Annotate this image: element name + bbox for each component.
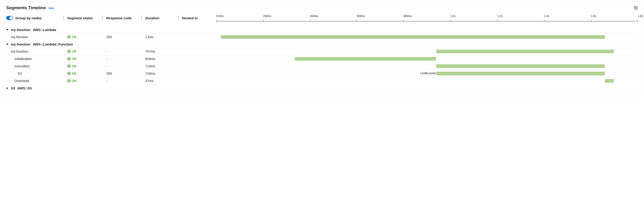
- segment-response-code: -: [102, 79, 142, 83]
- segment-bar-cell: [214, 35, 638, 39]
- segment-duration: 604ms: [142, 57, 178, 61]
- group-name: S3: [11, 86, 15, 90]
- ruler-tick-label: 200ms: [263, 15, 271, 18]
- segment-name: Initialization: [6, 57, 64, 61]
- segment-duration: 1.64s: [142, 35, 178, 39]
- segment-name: Overhead: [6, 79, 64, 83]
- group-type: AWS::S3: [17, 86, 32, 90]
- segment-row[interactable]: my-functionOK-757ms: [6, 48, 638, 55]
- segment-response-code: 200: [102, 35, 142, 39]
- group-row[interactable]: my-functionAWS::Lambda: [6, 26, 638, 33]
- segment-row[interactable]: S3OK200718msListBuckets: [6, 70, 638, 77]
- ruler-tick-label: 1.2s: [497, 15, 502, 18]
- segment-row[interactable]: InvocationOK-719ms: [6, 62, 638, 70]
- segment-name: Invocation: [6, 64, 64, 68]
- segment-response-code: -: [102, 50, 142, 53]
- ruler-tick-line: [544, 20, 544, 21]
- segment-status: OK: [64, 35, 102, 39]
- group-type: AWS::Lambda: [33, 28, 56, 32]
- segment-response-code: -: [102, 57, 142, 61]
- column-header-response-code[interactable]: Response code: [102, 15, 142, 21]
- info-link[interactable]: Info: [49, 7, 54, 10]
- segment-duration: 37ms: [142, 79, 178, 83]
- panel-title: Segments Timeline: [6, 5, 46, 10]
- segment-bar: [605, 79, 614, 83]
- caret-right-icon: [6, 87, 8, 89]
- ruler-tick-label: 1.4s: [544, 15, 550, 18]
- segment-bar-cell: [214, 57, 638, 61]
- ruler-tick-line: [216, 20, 216, 21]
- segment-status: OK: [64, 57, 102, 61]
- ruler-tick-line: [310, 20, 310, 21]
- group-name: my-function: [11, 42, 30, 46]
- ruler-tick-label: 1.6s: [591, 15, 596, 18]
- segment-duration: 719ms: [142, 64, 178, 68]
- ruler-tick-label: 400ms: [310, 15, 318, 18]
- ruler-tick-label: 800ms: [404, 15, 412, 18]
- column-header-hosted-in[interactable]: Hosted in: [178, 15, 214, 21]
- bar-label: ListBuckets: [420, 72, 436, 75]
- ruler-tick-label: 1.0s: [450, 15, 456, 18]
- segments-timeline-panel: Segments Timeline Info Group by nodes Se…: [2, 2, 642, 96]
- segment-status: OK: [64, 79, 102, 83]
- segment-bar: [221, 35, 605, 39]
- segment-name: S3: [6, 72, 64, 75]
- segment-bar-cell: ListBuckets: [214, 72, 638, 76]
- segments-rows: my-functionAWS::Lambdamy-functionOK2001.…: [6, 26, 638, 91]
- group-name: my-function: [11, 28, 30, 32]
- group-row[interactable]: S3AWS::S3: [6, 84, 638, 91]
- segment-response-code: 200: [102, 72, 142, 75]
- column-header-duration[interactable]: Duration: [142, 15, 178, 21]
- segment-bar: ListBuckets: [436, 72, 605, 75]
- segment-row[interactable]: OverheadOK-37ms: [6, 77, 638, 84]
- segment-bar: [295, 57, 436, 61]
- segment-row[interactable]: my-functionOK2001.64s: [6, 33, 638, 41]
- svg-point-0: [635, 7, 636, 9]
- ruler-tick-line: [357, 20, 357, 21]
- caret-down-icon: [6, 29, 8, 31]
- panel-header: Segments Timeline Info: [6, 5, 638, 10]
- ruler-tick-line: [497, 20, 498, 21]
- group-row[interactable]: my-functionAWS::Lambda::Function: [6, 41, 638, 48]
- group-type: AWS::Lambda::Function: [33, 42, 73, 46]
- ruler-tick-line: [450, 20, 451, 21]
- ruler-tick-label: 600ms: [357, 15, 365, 18]
- segment-status: OK: [64, 72, 102, 75]
- timeline-ruler: 0.0ms200ms400ms600ms800ms1.0s1.2s1.4s1.6…: [214, 15, 638, 21]
- gear-icon[interactable]: [634, 6, 638, 10]
- ruler-tick-line: [263, 20, 263, 21]
- segment-bar: [436, 50, 614, 53]
- ruler-tick-line: [638, 20, 638, 21]
- ruler-tick-label: 1.8s: [638, 15, 643, 18]
- segment-duration: 757ms: [142, 50, 178, 53]
- segment-bar-cell: [214, 79, 638, 83]
- segment-status: OK: [64, 64, 102, 68]
- segment-bar-cell: [214, 49, 638, 54]
- segment-row[interactable]: InitializationOK-604ms: [6, 55, 638, 62]
- segment-name: my-function: [6, 35, 64, 39]
- segment-duration: 718ms: [142, 72, 178, 75]
- segment-bar: [436, 64, 605, 68]
- caret-down-icon: [6, 43, 8, 46]
- segment-bar-cell: [214, 64, 638, 68]
- ruler-tick-line: [404, 20, 404, 21]
- column-header-status[interactable]: Segment status: [64, 15, 102, 21]
- group-by-nodes-toggle[interactable]: [6, 16, 13, 20]
- ruler-tick-line: [591, 20, 591, 21]
- group-by-nodes-label: Group by nodes: [16, 16, 42, 20]
- group-by-nodes-control: Group by nodes: [6, 16, 64, 20]
- ruler-tick-label: 0.0ms: [216, 15, 224, 18]
- segment-response-code: -: [102, 64, 142, 68]
- segment-name: my-function: [6, 50, 64, 53]
- columns-header-row: Group by nodes Segment status Response c…: [6, 15, 638, 23]
- segment-status: OK: [64, 50, 102, 53]
